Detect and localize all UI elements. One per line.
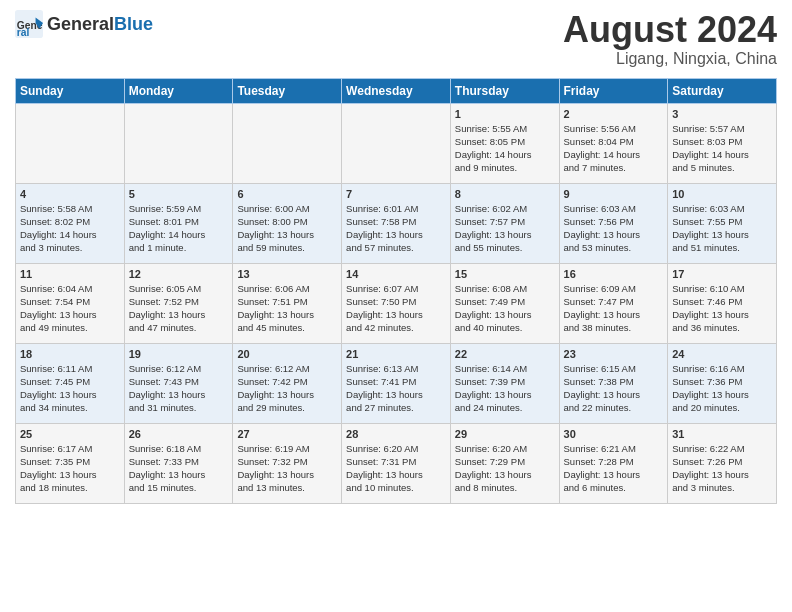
calendar-cell: 7Sunrise: 6:01 AM Sunset: 7:58 PM Daylig… <box>342 183 451 263</box>
calendar-cell: 30Sunrise: 6:21 AM Sunset: 7:28 PM Dayli… <box>559 423 668 503</box>
day-info: Sunrise: 6:03 AM Sunset: 7:56 PM Dayligh… <box>564 202 664 255</box>
day-number: 8 <box>455 188 555 200</box>
day-number: 7 <box>346 188 446 200</box>
day-number: 30 <box>564 428 664 440</box>
day-info: Sunrise: 6:00 AM Sunset: 8:00 PM Dayligh… <box>237 202 337 255</box>
day-info: Sunrise: 6:04 AM Sunset: 7:54 PM Dayligh… <box>20 282 120 335</box>
header-tuesday: Tuesday <box>233 78 342 103</box>
day-info: Sunrise: 6:20 AM Sunset: 7:31 PM Dayligh… <box>346 442 446 495</box>
calendar-cell: 11Sunrise: 6:04 AM Sunset: 7:54 PM Dayli… <box>16 263 125 343</box>
day-info: Sunrise: 6:21 AM Sunset: 7:28 PM Dayligh… <box>564 442 664 495</box>
day-info: Sunrise: 6:19 AM Sunset: 7:32 PM Dayligh… <box>237 442 337 495</box>
calendar-cell: 20Sunrise: 6:12 AM Sunset: 7:42 PM Dayli… <box>233 343 342 423</box>
day-info: Sunrise: 6:12 AM Sunset: 7:42 PM Dayligh… <box>237 362 337 415</box>
day-number: 11 <box>20 268 120 280</box>
calendar-cell: 31Sunrise: 6:22 AM Sunset: 7:26 PM Dayli… <box>668 423 777 503</box>
page-header: Gene ral GeneralBlue August 2024 Ligang,… <box>15 10 777 68</box>
calendar-cell: 22Sunrise: 6:14 AM Sunset: 7:39 PM Dayli… <box>450 343 559 423</box>
day-number: 17 <box>672 268 772 280</box>
calendar-table: SundayMondayTuesdayWednesdayThursdayFrid… <box>15 78 777 504</box>
header-friday: Friday <box>559 78 668 103</box>
day-number: 2 <box>564 108 664 120</box>
day-number: 16 <box>564 268 664 280</box>
logo-blue: Blue <box>114 14 153 34</box>
header-sunday: Sunday <box>16 78 125 103</box>
title-block: August 2024 Ligang, Ningxia, China <box>563 10 777 68</box>
calendar-cell <box>124 103 233 183</box>
day-info: Sunrise: 6:12 AM Sunset: 7:43 PM Dayligh… <box>129 362 229 415</box>
calendar-cell: 15Sunrise: 6:08 AM Sunset: 7:49 PM Dayli… <box>450 263 559 343</box>
calendar-cell: 5Sunrise: 5:59 AM Sunset: 8:01 PM Daylig… <box>124 183 233 263</box>
calendar-cell <box>233 103 342 183</box>
calendar-cell: 21Sunrise: 6:13 AM Sunset: 7:41 PM Dayli… <box>342 343 451 423</box>
day-info: Sunrise: 5:57 AM Sunset: 8:03 PM Dayligh… <box>672 122 772 175</box>
calendar-cell: 14Sunrise: 6:07 AM Sunset: 7:50 PM Dayli… <box>342 263 451 343</box>
day-info: Sunrise: 5:59 AM Sunset: 8:01 PM Dayligh… <box>129 202 229 255</box>
month-year: August 2024 <box>563 10 777 50</box>
day-info: Sunrise: 6:13 AM Sunset: 7:41 PM Dayligh… <box>346 362 446 415</box>
day-info: Sunrise: 6:14 AM Sunset: 7:39 PM Dayligh… <box>455 362 555 415</box>
logo-text: GeneralBlue <box>47 14 153 35</box>
calendar-cell: 28Sunrise: 6:20 AM Sunset: 7:31 PM Dayli… <box>342 423 451 503</box>
day-number: 28 <box>346 428 446 440</box>
day-number: 31 <box>672 428 772 440</box>
day-info: Sunrise: 6:09 AM Sunset: 7:47 PM Dayligh… <box>564 282 664 335</box>
day-info: Sunrise: 6:16 AM Sunset: 7:36 PM Dayligh… <box>672 362 772 415</box>
week-row-4: 18Sunrise: 6:11 AM Sunset: 7:45 PM Dayli… <box>16 343 777 423</box>
day-number: 18 <box>20 348 120 360</box>
logo: Gene ral GeneralBlue <box>15 10 153 38</box>
day-info: Sunrise: 6:20 AM Sunset: 7:29 PM Dayligh… <box>455 442 555 495</box>
day-number: 6 <box>237 188 337 200</box>
week-row-3: 11Sunrise: 6:04 AM Sunset: 7:54 PM Dayli… <box>16 263 777 343</box>
calendar-cell: 23Sunrise: 6:15 AM Sunset: 7:38 PM Dayli… <box>559 343 668 423</box>
calendar-cell: 1Sunrise: 5:55 AM Sunset: 8:05 PM Daylig… <box>450 103 559 183</box>
day-info: Sunrise: 6:08 AM Sunset: 7:49 PM Dayligh… <box>455 282 555 335</box>
location: Ligang, Ningxia, China <box>563 50 777 68</box>
day-number: 3 <box>672 108 772 120</box>
day-info: Sunrise: 6:17 AM Sunset: 7:35 PM Dayligh… <box>20 442 120 495</box>
calendar-cell: 10Sunrise: 6:03 AM Sunset: 7:55 PM Dayli… <box>668 183 777 263</box>
day-number: 20 <box>237 348 337 360</box>
header-wednesday: Wednesday <box>342 78 451 103</box>
day-number: 29 <box>455 428 555 440</box>
day-number: 5 <box>129 188 229 200</box>
day-info: Sunrise: 6:22 AM Sunset: 7:26 PM Dayligh… <box>672 442 772 495</box>
calendar-cell: 9Sunrise: 6:03 AM Sunset: 7:56 PM Daylig… <box>559 183 668 263</box>
calendar-cell: 16Sunrise: 6:09 AM Sunset: 7:47 PM Dayli… <box>559 263 668 343</box>
day-info: Sunrise: 6:11 AM Sunset: 7:45 PM Dayligh… <box>20 362 120 415</box>
day-info: Sunrise: 5:55 AM Sunset: 8:05 PM Dayligh… <box>455 122 555 175</box>
day-number: 15 <box>455 268 555 280</box>
day-info: Sunrise: 5:58 AM Sunset: 8:02 PM Dayligh… <box>20 202 120 255</box>
day-number: 24 <box>672 348 772 360</box>
day-info: Sunrise: 5:56 AM Sunset: 8:04 PM Dayligh… <box>564 122 664 175</box>
calendar-cell: 8Sunrise: 6:02 AM Sunset: 7:57 PM Daylig… <box>450 183 559 263</box>
calendar-cell: 3Sunrise: 5:57 AM Sunset: 8:03 PM Daylig… <box>668 103 777 183</box>
svg-text:ral: ral <box>17 27 30 38</box>
calendar-header-row: SundayMondayTuesdayWednesdayThursdayFrid… <box>16 78 777 103</box>
day-number: 10 <box>672 188 772 200</box>
calendar-cell: 2Sunrise: 5:56 AM Sunset: 8:04 PM Daylig… <box>559 103 668 183</box>
calendar-cell: 4Sunrise: 5:58 AM Sunset: 8:02 PM Daylig… <box>16 183 125 263</box>
calendar-cell: 12Sunrise: 6:05 AM Sunset: 7:52 PM Dayli… <box>124 263 233 343</box>
calendar-cell: 27Sunrise: 6:19 AM Sunset: 7:32 PM Dayli… <box>233 423 342 503</box>
day-number: 19 <box>129 348 229 360</box>
day-info: Sunrise: 6:02 AM Sunset: 7:57 PM Dayligh… <box>455 202 555 255</box>
day-info: Sunrise: 6:10 AM Sunset: 7:46 PM Dayligh… <box>672 282 772 335</box>
calendar-cell: 19Sunrise: 6:12 AM Sunset: 7:43 PM Dayli… <box>124 343 233 423</box>
day-number: 1 <box>455 108 555 120</box>
calendar-cell: 13Sunrise: 6:06 AM Sunset: 7:51 PM Dayli… <box>233 263 342 343</box>
calendar-cell: 24Sunrise: 6:16 AM Sunset: 7:36 PM Dayli… <box>668 343 777 423</box>
day-number: 26 <box>129 428 229 440</box>
day-info: Sunrise: 6:01 AM Sunset: 7:58 PM Dayligh… <box>346 202 446 255</box>
day-number: 22 <box>455 348 555 360</box>
day-number: 25 <box>20 428 120 440</box>
calendar-cell: 18Sunrise: 6:11 AM Sunset: 7:45 PM Dayli… <box>16 343 125 423</box>
calendar-cell: 26Sunrise: 6:18 AM Sunset: 7:33 PM Dayli… <box>124 423 233 503</box>
header-saturday: Saturday <box>668 78 777 103</box>
calendar-cell: 6Sunrise: 6:00 AM Sunset: 8:00 PM Daylig… <box>233 183 342 263</box>
day-info: Sunrise: 6:06 AM Sunset: 7:51 PM Dayligh… <box>237 282 337 335</box>
day-info: Sunrise: 6:07 AM Sunset: 7:50 PM Dayligh… <box>346 282 446 335</box>
header-monday: Monday <box>124 78 233 103</box>
day-number: 13 <box>237 268 337 280</box>
calendar-cell: 29Sunrise: 6:20 AM Sunset: 7:29 PM Dayli… <box>450 423 559 503</box>
